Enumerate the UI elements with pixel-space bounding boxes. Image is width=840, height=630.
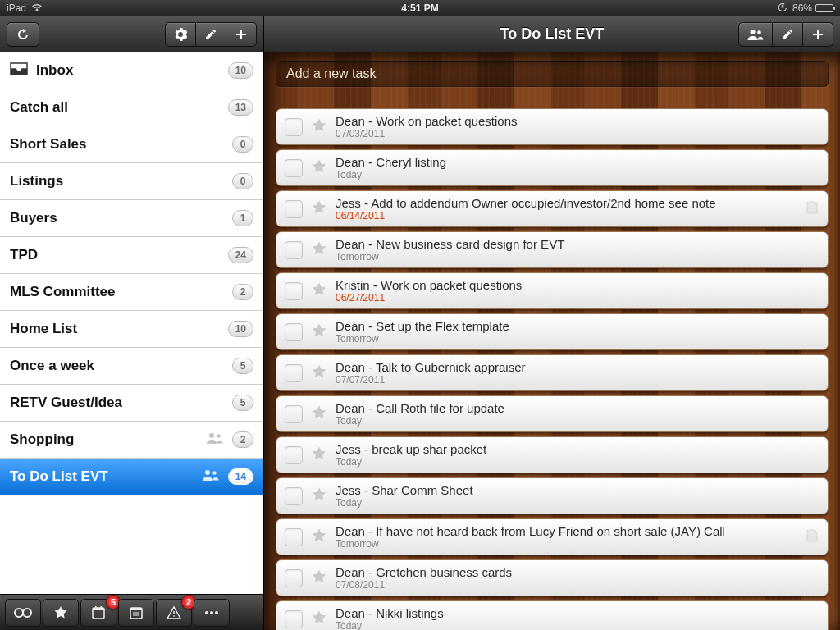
filter-scheduled-button[interactable] (118, 599, 154, 627)
task-checkbox[interactable] (285, 282, 303, 300)
task-date: Tomorrow (336, 333, 819, 345)
task-title: Kristin - Work on packet questions (336, 278, 819, 292)
task-date: 07/08/2011 (336, 579, 819, 591)
lists-panel: Inbox10Catch all13Short Sales0Listings0B… (0, 16, 264, 630)
star-icon[interactable] (311, 363, 327, 383)
svg-rect-9 (95, 606, 97, 609)
add-task-input[interactable]: Add a new task (276, 61, 829, 87)
add-list-button[interactable] (226, 22, 257, 47)
task-row[interactable]: Dean - If have not heard back from Lucy … (276, 518, 829, 555)
task-checkbox[interactable] (285, 159, 303, 177)
filter-all-button[interactable] (5, 599, 41, 627)
sidebar-item-buyers[interactable]: Buyers1 (0, 200, 263, 237)
page-title: To Do List EVT (264, 25, 840, 43)
task-row[interactable]: Dean - Nikki listingsToday (276, 600, 829, 630)
svg-rect-15 (173, 611, 174, 614)
star-icon[interactable] (311, 240, 327, 260)
sidebar-item-shopping[interactable]: Shopping2 (0, 422, 263, 459)
sidebar-item-count: 0 (232, 136, 253, 153)
task-row[interactable]: Dean - Talk to Gubernick appraiser07/07/… (276, 354, 829, 391)
task-row[interactable]: Kristin - Work on packet questions06/27/… (276, 272, 829, 309)
tasks-toolbar: To Do List EVT (264, 16, 840, 52)
task-row[interactable]: Dean - Cheryl listingToday (276, 149, 829, 186)
sidebar-item-count: 13 (228, 99, 253, 116)
task-row[interactable]: Dean - Set up the Flex templateTomorrow (276, 313, 829, 350)
star-icon[interactable] (311, 527, 327, 547)
task-checkbox[interactable] (285, 118, 303, 136)
sidebar-item-count: 0 (232, 173, 253, 189)
star-icon[interactable] (311, 117, 327, 137)
sidebar-item-catch-all[interactable]: Catch all13 (0, 89, 263, 126)
task-checkbox[interactable] (285, 241, 303, 259)
task-checkbox[interactable] (285, 610, 303, 628)
task-row[interactable]: Jess - Add to addendum Owner occupied/in… (276, 190, 829, 227)
settings-button[interactable] (165, 22, 196, 47)
task-checkbox[interactable] (285, 569, 303, 587)
task-title: Dean - Talk to Gubernick appraiser (336, 360, 819, 374)
sidebar-item-to-do-list-evt[interactable]: To Do List EVT14 (0, 459, 263, 495)
sidebar-item-inbox[interactable]: Inbox10 (0, 52, 263, 89)
task-date: 06/27/2011 (336, 292, 819, 304)
note-icon (805, 528, 819, 546)
task-row[interactable]: Dean - Work on packet questions07/03/201… (276, 108, 829, 145)
battery-icon (815, 4, 833, 12)
task-date: Today (336, 456, 819, 468)
sidebar-item-count: 5 (232, 395, 253, 411)
svg-point-17 (205, 611, 208, 614)
task-row[interactable]: Dean - Call Roth file for updateToday (276, 395, 829, 432)
sidebar-item-label: TPD (10, 247, 220, 263)
star-icon[interactable] (311, 281, 327, 301)
svg-point-18 (210, 611, 213, 614)
task-checkbox[interactable] (285, 528, 303, 546)
task-date: Today (336, 620, 819, 630)
sidebar-item-tpd[interactable]: TPD24 (0, 237, 263, 274)
task-checkbox[interactable] (285, 487, 303, 505)
svg-point-2 (217, 434, 221, 438)
sidebar-item-mls-committee[interactable]: MLS Committee2 (0, 274, 263, 311)
star-icon[interactable] (311, 445, 327, 465)
task-checkbox[interactable] (285, 405, 303, 423)
task-row[interactable]: Dean - New business card design for EVTT… (276, 231, 829, 268)
task-title: Jess - Shar Comm Sheet (336, 483, 819, 497)
edit-lists-button[interactable] (196, 22, 226, 47)
inbox-icon (10, 62, 28, 80)
sidebar-item-label: Listings (10, 173, 224, 189)
star-icon[interactable] (311, 199, 327, 219)
sidebar-item-once-a-week[interactable]: Once a week5 (0, 348, 263, 385)
sidebar-item-count: 10 (228, 62, 253, 79)
sidebar-item-label: RETV Guest/Idea (10, 395, 224, 411)
task-date: 07/03/2011 (336, 128, 819, 139)
task-row[interactable]: Dean - Gretchen business cards07/08/2011 (276, 559, 829, 596)
task-title: Dean - Call Roth file for update (336, 401, 819, 415)
task-title: Dean - Work on packet questions (336, 114, 819, 128)
star-icon[interactable] (311, 158, 327, 178)
filter-overdue-button[interactable]: 2 (156, 599, 192, 627)
task-checkbox[interactable] (285, 323, 303, 341)
sidebar-item-retv-guest-idea[interactable]: RETV Guest/Idea5 (0, 385, 263, 422)
star-icon[interactable] (311, 609, 327, 629)
task-title: Jess - Add to addendum Owner occupied/in… (336, 196, 797, 210)
star-icon[interactable] (311, 404, 327, 424)
task-checkbox[interactable] (285, 200, 303, 218)
svg-rect-12 (130, 608, 142, 610)
sidebar-item-label: Catch all (10, 99, 220, 116)
sidebar-item-home-list[interactable]: Home List10 (0, 311, 263, 348)
filter-today-button[interactable]: 5 (80, 599, 116, 627)
star-icon[interactable] (311, 486, 327, 506)
sidebar-item-label: Short Sales (10, 136, 224, 153)
task-checkbox[interactable] (285, 446, 303, 464)
task-row[interactable]: Jess - break up shar packetToday (276, 436, 829, 473)
tasks-scroll-area[interactable]: Add a new task Dean - Work on packet que… (264, 52, 840, 630)
star-icon[interactable] (311, 568, 327, 588)
sidebar-item-count: 1 (232, 210, 253, 226)
refresh-button[interactable] (7, 22, 39, 47)
sidebar-item-listings[interactable]: Listings0 (0, 163, 263, 200)
task-checkbox[interactable] (285, 364, 303, 382)
task-row[interactable]: Jess - Shar Comm SheetToday (276, 477, 829, 514)
task-date: Today (336, 169, 819, 180)
lists-container[interactable]: Inbox10Catch all13Short Sales0Listings0B… (0, 52, 263, 594)
more-filters-button[interactable] (194, 599, 230, 627)
filter-starred-button[interactable] (43, 599, 79, 627)
sidebar-item-short-sales[interactable]: Short Sales0 (0, 126, 263, 163)
star-icon[interactable] (311, 322, 327, 342)
